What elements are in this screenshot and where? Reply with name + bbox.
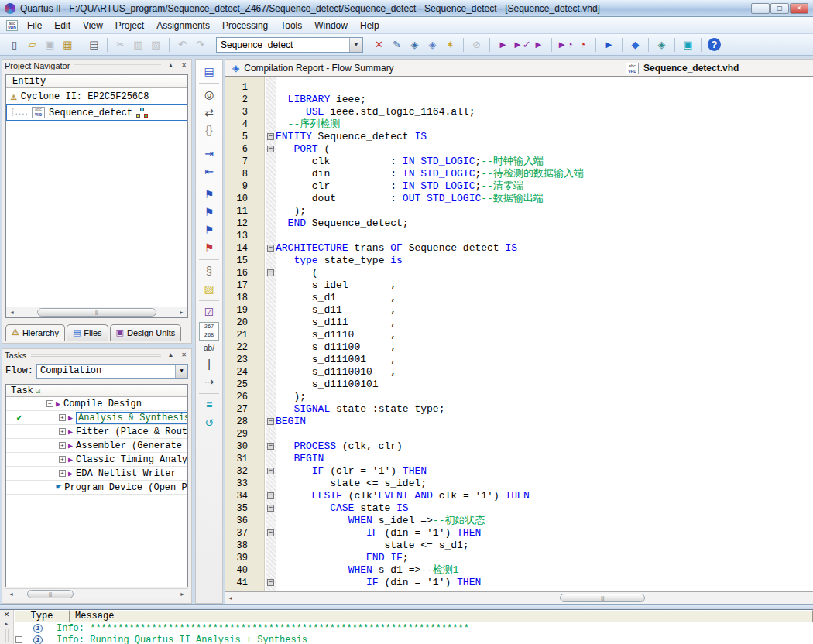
close-messages-icon[interactable]: ✕ (4, 611, 10, 618)
find-icon[interactable]: ◎ (200, 87, 218, 103)
insert-template-icon[interactable]: ▨ (200, 281, 218, 297)
tab-design-units[interactable]: ▣Design Units (110, 324, 182, 341)
assignment-editor-icon[interactable]: ✎ (389, 37, 405, 53)
fold-collapse-icon[interactable]: − (267, 529, 274, 536)
clear-bookmarks-icon[interactable]: ⚑ (200, 240, 218, 256)
menu-view[interactable]: View (77, 18, 109, 33)
flow-combobox[interactable]: Compilation ▼ (36, 364, 188, 379)
expand-icon[interactable] (15, 636, 22, 643)
tab-stops-icon[interactable]: ⇢ (200, 374, 218, 390)
analyze-file-icon[interactable]: ☑ (200, 304, 218, 320)
decrease-indent-icon[interactable]: ⇤ (200, 163, 218, 180)
expand-messages-icon[interactable]: ▸ (5, 621, 9, 627)
chevron-down-icon[interactable]: ▼ (349, 38, 362, 52)
start-fitter-icon[interactable]: ► (530, 37, 547, 53)
attach-file-icon[interactable]: § (200, 263, 218, 279)
insert-mode-icon[interactable]: | (200, 356, 218, 372)
previous-bookmark-icon[interactable]: ⚑ (200, 222, 218, 238)
task-column-header[interactable]: Task ☑ (6, 385, 187, 397)
pin-planner-icon[interactable]: ✕ (371, 37, 387, 53)
comment-icon[interactable]: ab/ (204, 342, 214, 355)
analysis-synthesis-icon[interactable]: ►✓ (513, 37, 529, 53)
tab-hierarchy[interactable]: ⚠Hierarchy (5, 324, 65, 341)
open-file-icon[interactable]: ▱ (24, 37, 40, 53)
menu-tools[interactable]: Tools (274, 18, 308, 33)
menu-processing[interactable]: Processing (216, 18, 274, 33)
entity-tree-item[interactable]: ⚠Cyclone II: EP2C5F256C8 (6, 88, 187, 104)
redo-icon[interactable]: ↷ (192, 37, 208, 53)
paste-icon[interactable]: ▧ (148, 37, 164, 53)
editor-h-scrollbar[interactable]: ◄ ⫿⫿ (225, 591, 813, 604)
minimize-button[interactable]: — (751, 3, 770, 14)
navigator-h-scrollbar[interactable]: ◄ ⫿⫿ ► (6, 307, 187, 317)
expand-icon[interactable]: + (59, 442, 66, 449)
new-file-icon[interactable]: ▯ (6, 37, 22, 53)
code-area[interactable]: 12 LIBRARY ieee;3 USE ieee.std_logic_116… (225, 77, 813, 591)
collapse-icon[interactable]: − (46, 400, 53, 407)
programmer-icon[interactable]: ▣ (680, 37, 696, 53)
message-column-header[interactable]: Message (70, 610, 813, 622)
tab-files[interactable]: ▤Files (67, 324, 108, 341)
document-tab-2[interactable]: abcVHDSequence_detect.vhd (618, 60, 746, 77)
line-count-badge[interactable]: 267268 (199, 322, 219, 341)
format-icon[interactable]: ≡ (200, 397, 218, 413)
menu-help[interactable]: Help (354, 18, 386, 33)
find-replace-icon[interactable]: ⇄ (200, 104, 218, 121)
bottom-splitter[interactable] (0, 604, 813, 610)
start-compilation-icon[interactable]: ► (495, 37, 511, 53)
fold-collapse-icon[interactable]: − (267, 505, 274, 512)
menu-project[interactable]: Project (109, 18, 150, 33)
settings-icon[interactable]: ◈ (406, 37, 423, 53)
fold-collapse-icon[interactable]: − (267, 269, 274, 276)
message-row[interactable]: iInfo: *********************************… (14, 622, 813, 634)
fold-collapse-icon[interactable]: − (267, 418, 274, 425)
task-row[interactable]: +▶Fitter (Place & Route) (6, 425, 187, 439)
increase-indent-icon[interactable]: ⇥ (200, 146, 218, 162)
close-panel-icon[interactable]: ✕ (179, 61, 189, 70)
rtl-viewer-icon[interactable]: ◈ (653, 37, 670, 53)
task-row[interactable]: −▶Compile Design (6, 397, 187, 411)
fold-collapse-icon[interactable]: − (267, 146, 274, 152)
save-all-icon[interactable]: ▦ (60, 37, 76, 53)
fold-collapse-icon[interactable]: − (267, 245, 274, 252)
expand-icon[interactable]: + (59, 470, 66, 477)
collapse-panel-icon[interactable]: ▲ (166, 61, 176, 70)
entity-tree-item[interactable]: ┊....abcVHDSequence_detect (6, 104, 187, 121)
expand-icon[interactable]: + (59, 428, 66, 435)
close-button[interactable]: ✕ (790, 3, 808, 14)
scroll-left-icon[interactable]: ◄ (7, 308, 17, 317)
fold-collapse-icon[interactable]: − (267, 579, 274, 586)
device-settings-icon[interactable]: ◈ (424, 37, 441, 53)
scroll-right-icon[interactable]: ► (177, 590, 187, 598)
assignments-icon[interactable]: ✶ (442, 37, 458, 53)
scroll-left-icon[interactable]: ◄ (225, 594, 235, 602)
tasks-h-scrollbar[interactable]: ◄ ⫿⫿ ► (5, 588, 188, 599)
document-tab-1[interactable]: ◈Compilation Report - Flow Summary (225, 60, 402, 77)
fold-collapse-icon[interactable]: − (267, 443, 274, 450)
collapse-panel-icon[interactable]: ▲ (166, 351, 176, 360)
file-new-icon[interactable]: ▤ (200, 63, 218, 80)
print-icon[interactable]: ▤ (86, 37, 102, 53)
task-row[interactable]: ☛Program Device (Open Progr (6, 481, 187, 495)
menu-window[interactable]: Window (308, 18, 354, 33)
undo-icon[interactable]: ↶ (174, 37, 190, 53)
timing-analysis-icon[interactable]: ►◔ (557, 37, 573, 53)
toggle-bookmark-icon[interactable]: ⚑ (200, 187, 218, 203)
compilation-report-icon[interactable]: ◆ (627, 37, 643, 53)
save-icon[interactable]: ▣ (42, 37, 58, 53)
scroll-left-icon[interactable]: ◄ (6, 590, 16, 598)
scroll-thumb[interactable]: ⫿⫿ (27, 590, 74, 598)
next-bookmark-icon[interactable]: ⚑ (200, 204, 218, 221)
type-column-header[interactable]: Type (14, 610, 70, 622)
match-brace-icon[interactable]: {} (200, 122, 218, 139)
close-panel-icon[interactable]: ✕ (179, 351, 189, 360)
scroll-right-icon[interactable]: ► (177, 308, 187, 317)
maximize-button[interactable]: ▢ (770, 3, 789, 14)
stop-processing-icon[interactable]: ⊘ (468, 37, 485, 53)
clock-icon[interactable]: ◔ (575, 37, 591, 53)
task-row[interactable]: +▶Assembler (Generate pr (6, 439, 187, 453)
copy-icon[interactable]: ▥ (130, 37, 146, 53)
menu-assignments[interactable]: Assignments (150, 18, 216, 33)
task-row[interactable]: ✔+▶Analysis & Synthesis (6, 411, 187, 425)
drag-handle[interactable] (5, 629, 9, 642)
